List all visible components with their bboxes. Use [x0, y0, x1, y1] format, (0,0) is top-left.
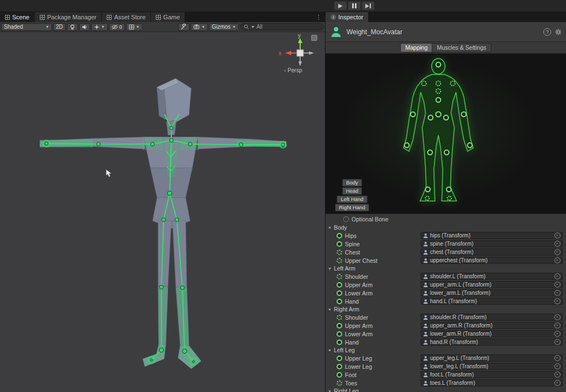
object-field[interactable]: lower_arm.L (Transform) [421, 289, 563, 296]
object-field-value: upperchest (Transform) [430, 257, 488, 263]
object-picker-icon[interactable] [554, 363, 560, 369]
bone-icon [337, 364, 342, 369]
gear-icon[interactable] [555, 29, 562, 35]
tab-mapping[interactable]: Mapping [400, 43, 432, 52]
object-picker-icon[interactable] [554, 290, 560, 296]
inspector-tab-strip: Inspector [326, 12, 566, 22]
bone-row-left-leg-upper-leg: Upper Legupper_leg.L (Transform) [326, 354, 566, 362]
scene-viewport[interactable]: y x Persp [0, 32, 325, 392]
chevron-down-icon: ▼ [232, 25, 236, 29]
play-button[interactable] [334, 1, 347, 10]
pause-button[interactable] [348, 1, 361, 10]
tab-muscles-settings[interactable]: Muscles & Settings [432, 43, 491, 52]
object-field[interactable]: hand.L (Transform) [421, 298, 563, 305]
gizmos-dropdown[interactable]: Gizmos ▼ [209, 23, 239, 31]
step-button[interactable] [361, 1, 375, 10]
effects-dropdown[interactable]: ▼ [91, 23, 108, 31]
pane-menu-icon[interactable]: ⋮ [312, 14, 325, 21]
object-field[interactable]: hips (Transform) [421, 232, 563, 239]
gizmo-lock-icon[interactable] [311, 35, 317, 41]
object-picker-icon[interactable] [554, 380, 560, 386]
bone-group-left-arm[interactable]: ▼Left Arm [326, 264, 566, 272]
body-button[interactable]: Body [342, 179, 362, 187]
object-field[interactable]: upper_arm.R (Transform) [421, 322, 563, 329]
help-icon[interactable] [543, 28, 551, 36]
avatar-mode-tabs: MappingMuscles & Settings [326, 42, 566, 54]
object-picker-icon[interactable] [554, 322, 560, 329]
foldout-icon: ▼ [328, 226, 332, 230]
object-picker-icon[interactable] [554, 339, 560, 345]
head-button[interactable]: Head [342, 187, 363, 195]
bone-name: Hand [345, 339, 359, 346]
tab-inspector[interactable]: Inspector [326, 12, 369, 22]
object-picker-icon[interactable] [554, 355, 560, 361]
object-field[interactable]: shoulder.R (Transform) [421, 314, 563, 321]
bone-row-left-arm-lower-arm: Lower Armlower_arm.L (Transform) [326, 289, 566, 297]
left-hand-button[interactable]: Left Hand [337, 195, 367, 203]
character-model [0, 32, 325, 392]
projection-toggle[interactable]: Persp [284, 67, 302, 73]
object-field[interactable]: toes.L (Transform) [421, 379, 563, 386]
scene-pane: ScenePackage ManagerAsset StoreGame⋮ Sha… [0, 12, 325, 392]
grid-dropdown[interactable]: ▼ [126, 23, 143, 31]
tab-game[interactable]: Game [151, 12, 185, 22]
audio-toggle[interactable] [79, 23, 90, 31]
object-field[interactable]: upper_leg.L (Transform) [421, 354, 563, 362]
object-field[interactable]: upperchest (Transform) [421, 257, 563, 264]
axis-y-arrow-icon [298, 38, 302, 43]
scene-toolbar: Shaded ▼ 2D ▼ 0 ▼ [0, 22, 325, 32]
object-field[interactable]: lower_arm.R (Transform) [421, 330, 563, 337]
lighting-toggle[interactable] [67, 23, 78, 31]
bone-group-right-leg[interactable]: ▼Right Leg [326, 387, 566, 392]
object-picker-icon[interactable] [554, 232, 560, 239]
axis-neg-x-arrow-icon [309, 51, 314, 55]
object-picker-icon[interactable] [554, 372, 560, 378]
object-field[interactable]: upper_arm.L (Transform) [421, 281, 563, 288]
optional-bone-icon [337, 274, 342, 279]
bone-list: Optional Bone ▼BodyHipships (Transform)S… [326, 214, 566, 392]
object-field-value: chest (Transform) [430, 249, 474, 255]
tab-package-manager[interactable]: Package Manager [35, 12, 102, 22]
transform-icon [423, 241, 428, 247]
bone-group-body[interactable]: ▼Body [326, 224, 566, 231]
avatar-asset-icon [330, 26, 342, 38]
object-field[interactable]: shoulder.L (Transform) [421, 273, 563, 280]
scene-search-input[interactable]: ▼ All [240, 23, 324, 30]
object-field[interactable]: hand.R (Transform) [421, 338, 563, 346]
transform-icon [423, 258, 428, 263]
bone-name: Shoulder [345, 273, 368, 280]
optional-bone-icon [337, 250, 342, 255]
object-picker-icon[interactable] [554, 257, 560, 263]
object-field-value: upper_arm.L (Transform) [430, 282, 491, 288]
object-field[interactable]: lower_leg.L (Transform) [421, 363, 563, 370]
bone-group-right-arm[interactable]: ▼Right Arm [326, 305, 566, 313]
object-field[interactable]: spine (Transform) [421, 240, 563, 247]
object-picker-icon[interactable] [554, 314, 560, 320]
tab-scene[interactable]: Scene [0, 12, 35, 22]
object-picker-icon[interactable] [554, 298, 560, 304]
object-field[interactable]: foot.L (Transform) [421, 371, 563, 378]
tab-asset-store[interactable]: Asset Store [102, 12, 151, 22]
object-picker-icon[interactable] [554, 241, 560, 247]
object-picker-icon[interactable] [554, 249, 560, 255]
bone-row-right-arm-upper-arm: Upper Armupper_arm.R (Transform) [326, 321, 566, 330]
avatar-diagram[interactable] [389, 56, 488, 211]
bone-icon [337, 331, 342, 337]
bone-label: Lower Leg [337, 363, 421, 370]
draw-mode-dropdown[interactable]: Shaded ▼ [1, 23, 52, 31]
object-field[interactable]: chest (Transform) [421, 248, 563, 256]
object-picker-icon[interactable] [554, 282, 560, 288]
hidden-objects-toggle[interactable]: 0 [109, 23, 125, 31]
group-label: Right Leg [334, 388, 359, 392]
transform-icon [423, 356, 428, 361]
camera-dropdown[interactable]: ▼ [191, 23, 208, 31]
right-hand-button[interactable]: Right Hand [335, 204, 369, 211]
tools-button[interactable] [178, 23, 190, 31]
transform-icon [423, 250, 428, 255]
object-picker-icon[interactable] [554, 331, 560, 337]
2d-toggle[interactable]: 2D [53, 23, 66, 31]
transform-icon [423, 380, 428, 386]
object-picker-icon[interactable] [554, 273, 560, 279]
bone-group-left-leg[interactable]: ▼Left Leg [326, 346, 566, 354]
info-icon [331, 14, 336, 20]
